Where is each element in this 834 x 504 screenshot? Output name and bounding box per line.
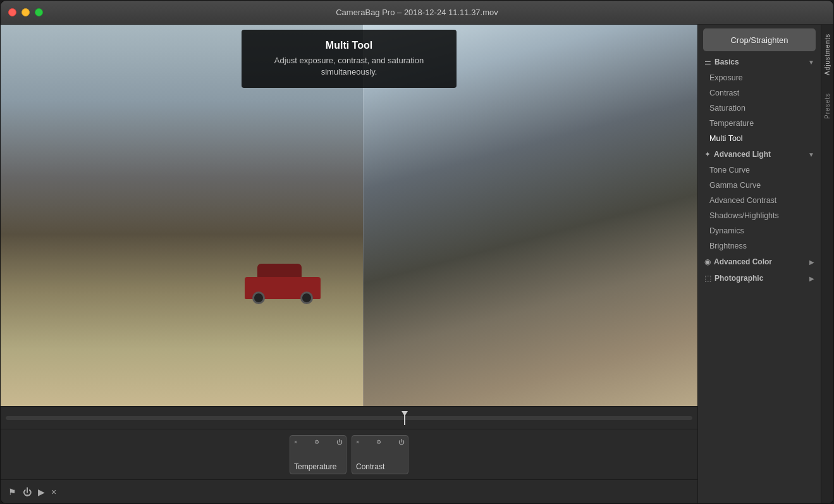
panel-scroll[interactable]: ⚌ Basics ▼ Exposure Contrast Saturation … (698, 54, 821, 503)
car-wheel-right (300, 292, 313, 304)
panel-item-brightness[interactable]: Brightness (698, 238, 821, 254)
panel-item-tone-curve[interactable]: Tone Curve (698, 163, 821, 178)
basics-icon: ⚌ (704, 58, 711, 66)
panel-item-multi-tool[interactable]: Multi Tool (698, 131, 821, 146)
filter-icons-2: × ⚙ ⏻ (356, 439, 404, 445)
right-panel-wrapper: Crop/Straighten ⚌ Basics ▼ Exposure Cont… (697, 25, 833, 503)
filter-settings-icon[interactable]: ⚙ (314, 439, 319, 445)
filter-icons: × ⚙ ⏻ (294, 439, 342, 445)
timeline-area (1, 406, 697, 429)
advanced-color-icon: ◉ (704, 257, 711, 266)
panel-item-gamma-curve[interactable]: Gamma Curve (698, 178, 821, 193)
basics-chevron-icon: ▼ (808, 59, 814, 66)
play-button[interactable]: ▶ (38, 487, 45, 497)
power-button[interactable]: ⏻ (23, 487, 32, 497)
filter2-power-icon[interactable]: ⏻ (398, 439, 404, 445)
section-advanced-light[interactable]: ✦ Advanced Light ▼ (698, 146, 821, 163)
car-object (245, 264, 321, 299)
filter-strip: × ⚙ ⏻ Temperature × ⚙ ⏻ Contrast (1, 429, 697, 479)
advanced-light-chevron-icon: ▼ (808, 151, 814, 158)
section-photographic[interactable]: ⬚ Photographic ▶ (698, 270, 821, 286)
flag-button[interactable]: ⚑ (8, 487, 16, 497)
filter-label-contrast: Contrast (356, 462, 384, 471)
panel-item-exposure[interactable]: Exposure (698, 70, 821, 85)
basics-label: Basics (714, 58, 805, 66)
side-tabs: Adjustments Presets (821, 25, 833, 503)
panel-item-shadows-highlights[interactable]: Shadows/Highlights (698, 208, 821, 223)
photographic-chevron-icon: ▶ (809, 275, 814, 282)
close-button[interactable] (8, 8, 16, 16)
video-area: Multi Tool Adjust exposure, contrast, an… (1, 25, 697, 503)
car-wheel-left (252, 292, 265, 304)
title-bar: CameraBag Pro – 2018-12-24 11.11.37.mov (1, 1, 833, 25)
filter-close-icon[interactable]: × (294, 439, 297, 445)
traffic-lights (8, 8, 43, 16)
advanced-color-label: Advanced Color (714, 257, 806, 266)
filter-power-icon[interactable]: ⏻ (336, 439, 342, 445)
tab-adjustments[interactable]: Adjustments (821, 25, 833, 84)
window-title: CameraBag Pro – 2018-12-24 11.11.37.mov (336, 8, 498, 17)
video-canvas[interactable]: Multi Tool Adjust exposure, contrast, an… (1, 25, 697, 406)
right-panel: Crop/Straighten ⚌ Basics ▼ Exposure Cont… (697, 25, 821, 503)
advanced-color-chevron-icon: ▶ (809, 259, 814, 266)
minimize-button[interactable] (21, 8, 30, 16)
filter2-settings-icon[interactable]: ⚙ (376, 439, 381, 445)
section-basics[interactable]: ⚌ Basics ▼ (698, 54, 821, 70)
overlay-description: Adjust exposure, contrast, and saturatio… (254, 55, 444, 78)
close-control-button[interactable]: × (51, 487, 56, 497)
advanced-light-label: Advanced Light (714, 150, 805, 159)
panel-item-temperature[interactable]: Temperature (698, 116, 821, 131)
photographic-label: Photographic (714, 274, 806, 283)
overlay-title: Multi Tool (254, 40, 444, 51)
multi-tool-tooltip: Multi Tool Adjust exposure, contrast, an… (242, 30, 457, 88)
advanced-light-icon: ✦ (704, 150, 711, 159)
crop-straighten-button[interactable]: Crop/Straighten (703, 28, 816, 51)
section-advanced-color[interactable]: ◉ Advanced Color ▶ (698, 254, 821, 270)
bottom-controls: ⚑ ⏻ ▶ × (1, 479, 697, 503)
filter2-close-icon[interactable]: × (356, 439, 359, 445)
photographic-icon: ⬚ (704, 274, 711, 283)
panel-item-dynamics[interactable]: Dynamics (698, 223, 821, 238)
main-content: Multi Tool Adjust exposure, contrast, an… (1, 25, 833, 503)
timeline-playhead[interactable] (404, 411, 405, 425)
filter-item-contrast[interactable]: × ⚙ ⏻ Contrast (352, 435, 408, 474)
tab-presets[interactable]: Presets (821, 84, 833, 128)
timeline-bar[interactable] (6, 416, 692, 420)
filter-label-temperature: Temperature (294, 462, 336, 471)
maximize-button[interactable] (35, 8, 43, 16)
panel-item-advanced-contrast[interactable]: Advanced Contrast (698, 193, 821, 208)
panel-item-saturation[interactable]: Saturation (698, 101, 821, 116)
panel-item-contrast[interactable]: Contrast (698, 85, 821, 101)
app-window: CameraBag Pro – 2018-12-24 11.11.37.mov (0, 0, 834, 504)
filter-item-temperature[interactable]: × ⚙ ⏻ Temperature (290, 435, 346, 474)
